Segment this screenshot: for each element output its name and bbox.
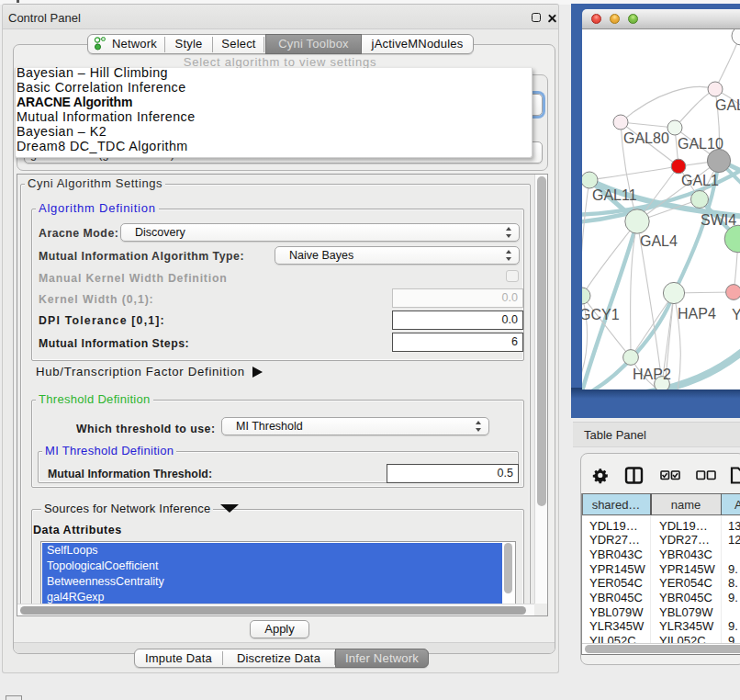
svg-text:GAL10: GAL10: [678, 136, 723, 152]
svg-text:GAL4: GAL4: [640, 233, 678, 249]
svg-text:Y: Y: [732, 307, 740, 322]
svg-text:GAL11: GAL11: [592, 187, 637, 203]
svg-text:HAP2: HAP2: [633, 367, 671, 382]
svg-text:GAL80: GAL80: [623, 130, 669, 146]
svg-text:GCY1: GCY1: [582, 307, 620, 322]
svg-text:HAP4: HAP4: [678, 306, 716, 322]
svg-text:GAL1: GAL1: [681, 173, 719, 188]
svg-text:SWI4: SWI4: [701, 212, 736, 228]
svg-text:GAL: GAL: [715, 97, 740, 113]
